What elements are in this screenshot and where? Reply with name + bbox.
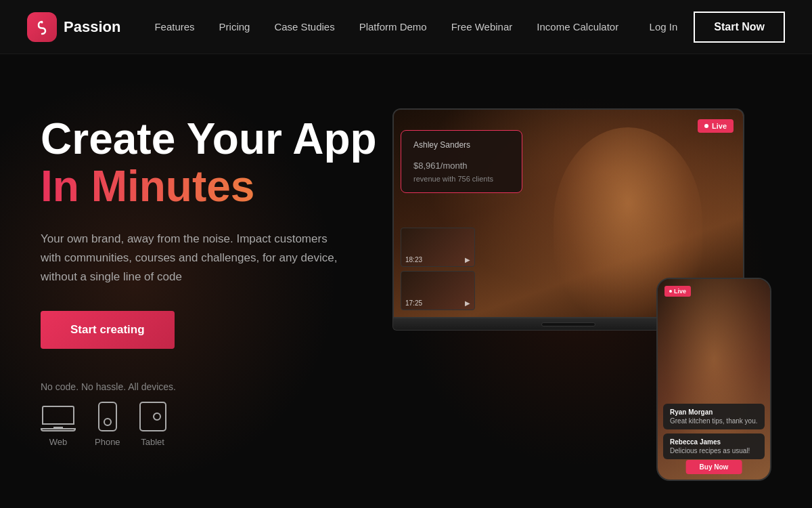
svg-point-0 xyxy=(41,21,43,23)
revenue-card: Ashley Sanders $8,961/month revenue with… xyxy=(401,130,522,193)
phone-mockup: Live Ryan Morgan Great kitchen tips, tha… xyxy=(656,278,771,481)
nav-free-webinar[interactable]: Free Webinar xyxy=(451,21,513,33)
device-tablet: Tablet xyxy=(139,402,166,447)
device-web: Web xyxy=(41,406,76,447)
nav-pricing[interactable]: Pricing xyxy=(219,21,250,33)
devices-row: Web Phone Tablet xyxy=(41,402,392,447)
thumb-time-1: 18:23 xyxy=(405,256,422,263)
device-tablet-label: Tablet xyxy=(141,437,164,447)
thumbnail-1: 18:23 xyxy=(401,228,475,267)
nav-case-studies[interactable]: Case Studies xyxy=(274,21,334,33)
devices-label: No code. No hassle. All devices. xyxy=(41,381,392,392)
start-creating-button[interactable]: Start creating xyxy=(41,311,175,349)
logo[interactable]: Passion xyxy=(27,12,120,42)
laptop-icon xyxy=(41,406,76,431)
nav-features[interactable]: Features xyxy=(154,21,194,33)
thumbnail-grid: 18:23 17:25 xyxy=(401,228,475,310)
comment-1-text: Great kitchen tips, thank you. xyxy=(670,417,758,425)
phone-live-label: Live xyxy=(674,288,686,295)
live-dot xyxy=(704,124,708,128)
live-badge: Live xyxy=(698,119,734,133)
login-button[interactable]: Log In xyxy=(650,21,678,33)
phone-comments: Ryan Morgan Great kitchen tips, thank yo… xyxy=(658,404,770,459)
logo-icon xyxy=(27,12,57,42)
hero-right: Ashley Sanders $8,961/month revenue with… xyxy=(392,54,771,508)
phone-icon xyxy=(98,402,117,431)
live-label: Live xyxy=(712,122,727,130)
laptop-notch xyxy=(541,322,595,326)
nav-income-calculator[interactable]: Income Calculator xyxy=(537,21,618,33)
comment-2: Rebecca James Delicious recipes as usual… xyxy=(663,433,765,459)
nav-actions: Log In Start Now xyxy=(650,12,785,43)
phone-live-dot xyxy=(669,290,672,293)
phone-live-badge: Live xyxy=(664,286,691,297)
device-web-label: Web xyxy=(49,437,68,447)
phone-screen: Live Ryan Morgan Great kitchen tips, tha… xyxy=(658,279,770,480)
device-phone: Phone xyxy=(95,402,120,447)
thumbnail-2: 17:25 xyxy=(401,271,475,310)
logo-text: Passion xyxy=(64,18,120,36)
hero-left: Create Your App In Minutes Your own bran… xyxy=(41,115,392,447)
revenue-name: Ashley Sanders xyxy=(413,140,510,150)
revenue-amount: $8,961/month xyxy=(413,152,510,173)
hero-title-line2: In Minutes xyxy=(41,163,392,210)
device-phone-label: Phone xyxy=(95,437,120,447)
revenue-sub: revenue with 756 clients xyxy=(413,175,510,183)
thumb-time-2: 17:25 xyxy=(405,299,422,307)
hero-title-line1: Create Your App xyxy=(41,115,392,163)
comment-1: Ryan Morgan Great kitchen tips, thank yo… xyxy=(663,404,765,429)
hero-description: Your own brand, away from the noise. Imp… xyxy=(41,230,338,287)
comment-1-name: Ryan Morgan xyxy=(670,408,758,416)
comment-2-name: Rebecca James xyxy=(670,438,758,446)
hero-section: Create Your App In Minutes Your own bran… xyxy=(0,54,812,508)
start-now-button[interactable]: Start Now xyxy=(694,12,785,43)
nav-links: Features Pricing Case Studies Platform D… xyxy=(154,21,649,33)
devices-section: No code. No hassle. All devices. Web Pho… xyxy=(41,381,392,447)
navbar: Passion Features Pricing Case Studies Pl… xyxy=(0,0,812,54)
phone-buy-button[interactable]: Buy Now xyxy=(686,460,742,474)
nav-platform-demo[interactable]: Platform Demo xyxy=(359,21,427,33)
revenue-period: /month xyxy=(441,161,468,171)
tablet-icon xyxy=(139,402,166,431)
comment-2-text: Delicious recipes as usual! xyxy=(670,447,758,454)
